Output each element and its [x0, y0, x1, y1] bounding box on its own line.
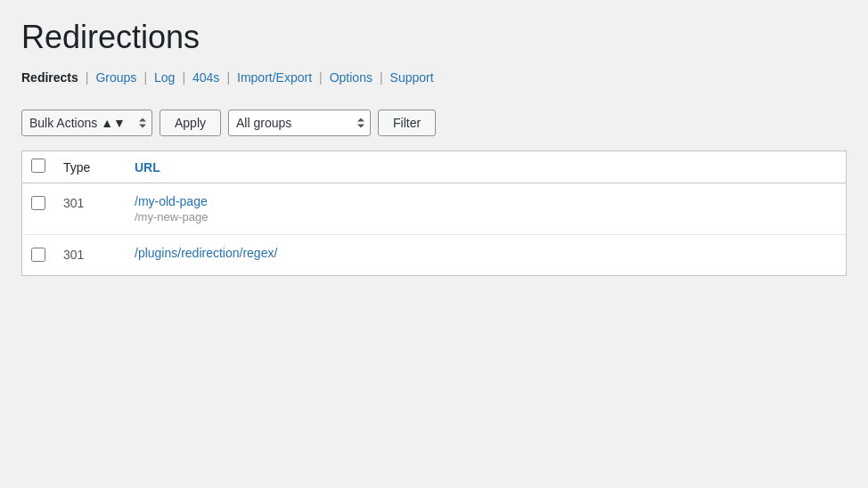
- page-wrapper: Redirections Redirects | Groups | Log | …: [0, 0, 868, 294]
- nav-tabs: Redirects | Groups | Log | 404s | Import…: [21, 70, 847, 85]
- nav-separator-6: |: [380, 70, 383, 85]
- filter-button[interactable]: Filter: [378, 110, 436, 136]
- table-body: 301 /my-old-page /my-new-page 301 /plugi…: [22, 183, 846, 276]
- groups-select[interactable]: All groups: [228, 110, 371, 136]
- header-url: URL: [126, 151, 846, 183]
- row-2-checkbox-cell: [22, 235, 54, 276]
- table-header-row: Type URL: [22, 151, 846, 183]
- toolbar: Bulk Actions ▲▼ Apply All groups Filter: [21, 102, 847, 143]
- nav-separator-2: |: [143, 70, 147, 85]
- table-row: 301 /my-old-page /my-new-page: [22, 183, 846, 235]
- row-2-checkbox[interactable]: [31, 248, 45, 262]
- row-2-type: 301: [54, 235, 126, 276]
- nav-tab-support[interactable]: Support: [390, 70, 434, 85]
- nav-separator-4: |: [226, 70, 230, 85]
- row-1-url-primary[interactable]: /my-old-page: [135, 194, 837, 208]
- nav-tab-import-export[interactable]: Import/Export: [237, 70, 312, 85]
- row-1-checkbox-cell: [22, 183, 54, 235]
- table-container: Type URL 301 /my-old-page /my-new-page: [21, 150, 847, 276]
- redirects-table: Type URL 301 /my-old-page /my-new-page: [22, 151, 846, 275]
- row-1-checkbox[interactable]: [31, 196, 45, 210]
- table-row: 301 /plugins/redirection/regex/: [22, 235, 846, 276]
- nav-tab-redirects[interactable]: Redirects: [21, 70, 78, 85]
- nav-tab-options[interactable]: Options: [330, 70, 373, 85]
- nav-tab-404s[interactable]: 404s: [192, 70, 219, 85]
- row-1-url-secondary: /my-new-page: [135, 210, 837, 224]
- header-checkbox[interactable]: [31, 159, 45, 173]
- nav-tab-groups[interactable]: Groups: [95, 70, 136, 85]
- bulk-actions-select[interactable]: Bulk Actions ▲▼: [21, 110, 152, 136]
- row-2-url-primary[interactable]: /plugins/redirection/regex/: [135, 246, 837, 260]
- nav-separator-1: |: [86, 70, 89, 85]
- row-2-url-cell: /plugins/redirection/regex/: [126, 235, 846, 276]
- row-1-url-cell: /my-old-page /my-new-page: [126, 183, 846, 235]
- page-title: Redirections: [21, 18, 847, 56]
- row-1-type: 301: [54, 183, 126, 235]
- nav-tab-log[interactable]: Log: [154, 70, 175, 85]
- nav-separator-3: |: [182, 70, 185, 85]
- apply-button[interactable]: Apply: [160, 110, 221, 136]
- nav-separator-5: |: [319, 70, 323, 85]
- header-checkbox-cell: [22, 151, 54, 183]
- header-type: Type: [54, 151, 126, 183]
